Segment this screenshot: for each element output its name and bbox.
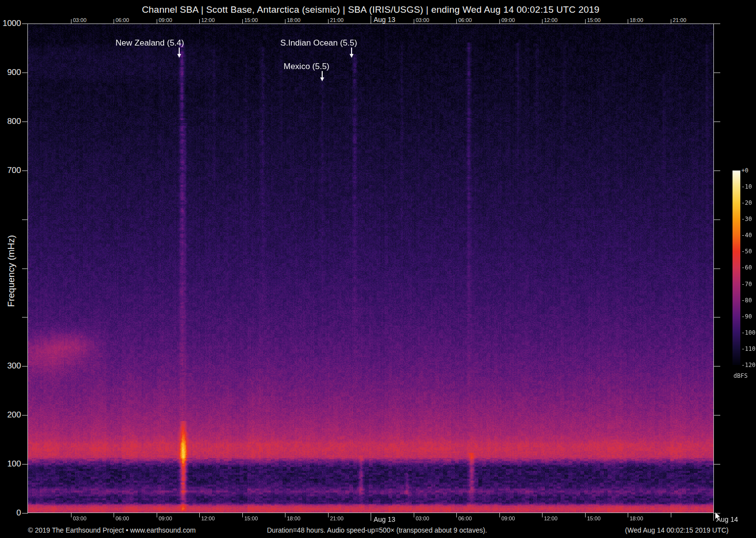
down-arrow-icon [177,48,182,58]
x-tick-label-bottom: 21:00 [330,515,344,521]
x-tick-label-top: 21:00 [673,17,686,23]
page-title: Channel SBA | Scott Base, Antarctica (se… [0,4,741,15]
y-tick-label: 300 [1,362,21,370]
y-tick-label: 900 [1,68,21,77]
x-tick-label-top: 03:00 [73,17,87,23]
x-tick-label-top: 15:00 [244,17,258,23]
arrow-shaft [351,48,352,54]
x-tick-bottom [671,513,671,517]
x-tick-label-bottom: 18:00 [287,515,301,521]
y-tick-label: 0 [1,509,21,517]
colorbar-tick-label: -90 [741,313,752,320]
x-tick-top [242,19,243,24]
footer-timestamp: (Wed Aug 14 00:02:15 2019 UTC) [582,526,729,534]
spectrogram-page: Channel SBA | Scott Base, Antarctica (se… [0,0,756,538]
colorbar-unit-label: dBFS [733,372,748,379]
colorbar-tick-label: -70 [741,280,752,288]
x-tick-label-top: 15:00 [587,17,601,23]
x-tick-label-bottom: 15:00 [244,515,258,521]
y-tick-left [22,269,28,269]
y-tick-label: 1000 [1,19,21,28]
x-tick-top [671,19,671,24]
x-tick-bottom [199,513,200,517]
y-tick-label: 200 [1,411,21,419]
arrow-shaft [179,48,180,54]
x-tick-bottom [114,513,114,517]
x-tick-label-top: 18:00 [287,17,301,23]
y-tick-left [22,464,28,465]
x-tick-label-top: 03:00 [416,17,429,23]
event-label: Mexico (5.5) [284,62,330,72]
x-tick-label-bottom: 09:00 [501,515,515,521]
footer-duration: Duration=48 hours. Audio speed-up=500× (… [196,526,558,534]
colorbar [732,171,740,365]
x-tick-bottom [328,513,329,517]
x-tick-label-bottom: 03:00 [416,515,429,521]
y-tick-left [22,513,28,514]
y-tick-right [714,220,720,220]
arrow-head [320,77,324,81]
x-tick-bottom [713,513,714,521]
colorbar-tick-label: -10 [741,183,752,191]
event-label: New Zealand (5.4) [116,38,184,48]
y-tick-left [22,73,28,73]
x-tick-label-top: 12:00 [201,17,215,23]
colorbar-tick-label: -120 [741,361,756,369]
y-tick-right [714,122,720,122]
y-tick-left [22,24,28,24]
y-tick-label: 700 [1,166,21,175]
colorbar-tick-label: -40 [741,231,752,239]
x-tick-label-top: 06:00 [458,17,472,23]
x-tick-top [456,19,457,24]
x-tick-top [157,19,157,24]
x-tick-label-bottom: 09:00 [159,515,172,521]
x-tick-label-top: 09:00 [159,17,172,23]
y-tick-label: 800 [1,117,21,126]
x-tick-top [328,19,329,24]
colorbar-tick-label: -100 [741,329,756,337]
x-tick-label-bottom: 18:00 [630,515,643,521]
colorbar-tick-label: -80 [741,296,752,304]
colorbar-tick-label: -50 [741,247,752,255]
y-tick-left [22,220,28,220]
y-tick-left [22,171,28,171]
x-tick-bottom [371,513,371,521]
y-tick-right [714,366,720,367]
y-axis-title: Frequency (mHz) [6,197,18,344]
x-tick-bottom [71,513,71,517]
x-tick-label-top: 09:00 [501,17,515,23]
x-tick-top [71,19,71,24]
x-tick-label-bottom: 06:00 [116,515,129,521]
spectrogram-canvas [28,24,713,513]
x-tick-bottom [285,513,285,517]
x-tick-bottom [585,513,586,517]
x-tick-label-bottom: 06:00 [458,515,472,521]
y-tick-right [714,171,720,171]
x-tick-top [628,19,628,24]
arrow-head [177,54,181,58]
x-tick-label-top: 12:00 [544,17,558,23]
colorbar-tick-label: +0 [741,167,748,174]
x-tick-label-top: 18:00 [630,17,643,23]
event-label: S.Indian Ocean (5.5) [281,38,357,48]
mouse-cursor-icon [714,512,722,522]
x-tick-label-top: Aug 13 [374,16,395,24]
x-tick-top [285,19,285,24]
colorbar-tick-label: -110 [741,345,756,353]
x-tick-label-bottom: Aug 13 [374,515,395,523]
y-tick-right [714,73,720,73]
colorbar-tick-label: -20 [741,199,752,207]
frame-top [27,24,714,24]
x-tick-top [371,16,371,24]
y-tick-right [714,415,720,416]
x-tick-label-bottom: 15:00 [587,515,601,521]
x-tick-top [542,19,543,24]
x-tick-top [114,19,114,24]
y-tick-left [22,122,28,122]
x-tick-label-bottom: 12:00 [201,515,215,521]
y-tick-left [22,317,28,318]
x-tick-label-top: 21:00 [330,17,344,23]
arrow-head [350,54,354,58]
x-tick-label-bottom: 03:00 [73,515,87,521]
x-tick-top [585,19,586,24]
